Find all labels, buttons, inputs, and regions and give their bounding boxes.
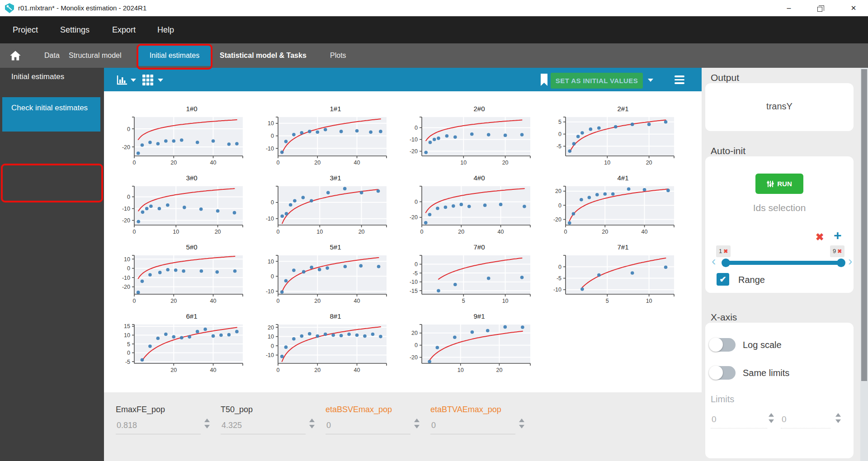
spin-down-icon[interactable] [204,425,210,428]
spin-down-icon[interactable] [835,419,841,423]
svg-text:0: 0 [271,199,274,206]
param-value-input[interactable] [221,417,306,434]
menu-export[interactable]: Export [112,16,136,43]
param-spinner[interactable] [204,419,211,432]
tab-data[interactable]: Data [44,43,60,68]
panel-scrollbar[interactable] [860,68,868,461]
data-point [318,268,321,272]
svg-text:40: 40 [354,298,360,304]
sidebar-item-check-initial-estimates[interactable]: Check initial estimates [2,97,100,132]
bookmark-icon[interactable] [541,74,547,86]
chart-plot: 0-2002040 [111,114,255,172]
range-checkbox[interactable]: ✔ [717,273,729,286]
chart-title: 6#1 [111,311,255,322]
set-as-initial-values-button[interactable]: SET AS INITIAL VALUES [551,73,643,89]
data-point [355,129,359,133]
svg-text:0: 0 [415,342,418,348]
param-spinner[interactable] [414,419,420,432]
x-max-spinner[interactable] [835,413,842,427]
slider-handle-max[interactable] [837,259,845,267]
spin-down-icon[interactable] [309,425,315,428]
spin-up-icon[interactable] [204,419,210,422]
remove-id-icon[interactable]: ✖ [816,231,824,243]
log-scale-toggle[interactable] [710,338,736,352]
data-point [576,135,580,138]
svg-text:15: 15 [124,323,130,329]
spin-down-icon[interactable] [414,425,420,428]
data-point [199,207,203,211]
svg-text:0: 0 [415,125,418,131]
minimize-button[interactable]: – [778,0,800,16]
spin-up-icon[interactable] [769,413,774,417]
same-limits-toggle[interactable] [710,366,736,380]
data-point [428,213,432,216]
data-point [486,329,490,333]
grid-layout-icon[interactable] [142,75,153,85]
chip-remove-icon[interactable]: ✖ [723,248,728,254]
data-point [292,133,296,136]
run-button[interactable]: RUN [755,174,803,194]
ids-range-slider[interactable] [723,261,844,265]
data-point [284,345,288,349]
data-point [424,221,428,225]
menu-project[interactable]: Project [13,16,38,43]
chart-type-icon[interactable] [117,75,127,85]
x-min-input[interactable] [711,410,767,428]
svg-text:40: 40 [210,298,217,304]
spin-down-icon[interactable] [519,425,524,428]
spin-up-icon[interactable] [519,419,524,422]
svg-text:-20: -20 [553,216,561,223]
data-point [180,138,184,142]
svg-text:-20: -20 [410,148,418,155]
slider-handle-min[interactable] [722,259,730,267]
chart-cell-8#1: 8#120100-1002040 [255,311,398,380]
close-button[interactable]: ✕ [839,0,868,16]
set-values-caret-icon[interactable] [648,79,653,82]
slider-left-chevron-icon[interactable]: ‹ [712,255,716,268]
svg-text:5: 5 [606,298,609,304]
data-point [453,136,457,139]
chart-cell-9#1: 9#1200-201020 [398,311,542,380]
home-icon[interactable] [9,49,22,62]
data-point [363,334,367,338]
x-min-spinner[interactable] [769,413,775,427]
spin-down-icon[interactable] [769,419,774,423]
chart-type-caret-icon[interactable] [131,79,136,82]
plot-menu-icon[interactable] [675,75,684,86]
data-point [280,355,284,358]
menu-help[interactable]: Help [157,16,174,43]
chart-title: 9#1 [398,311,542,322]
x-max-input[interactable] [781,410,830,428]
spin-up-icon[interactable] [835,413,841,417]
tab-plots[interactable]: Plots [330,43,346,68]
svg-text:20: 20 [314,160,321,166]
param-spinner[interactable] [309,419,316,432]
data-point [316,130,319,134]
param-value-input[interactable] [116,417,201,434]
chart-title: 7#1 [542,242,686,253]
param-value-input[interactable] [430,417,515,434]
spin-up-icon[interactable] [414,419,420,422]
svg-text:-10: -10 [266,352,274,358]
spin-up-icon[interactable] [309,419,315,422]
slider-right-chevron-icon[interactable]: › [848,255,852,268]
data-point [435,346,439,349]
restore-button[interactable] [808,0,831,16]
chart-cell-5#1: 5#1100-1002040 [255,242,398,311]
tab-structural-model[interactable]: Structural model [69,43,122,68]
chart-plot: 100-1002040 [255,114,398,172]
svg-text:20: 20 [646,160,652,166]
add-id-icon[interactable]: + [834,228,842,243]
param-value-input[interactable] [326,417,410,434]
svg-text:-20: -20 [122,217,130,224]
log-scale-label: Log scale [743,338,782,352]
chip-remove-icon[interactable]: ✖ [837,248,842,254]
tab-statistical-model-tasks[interactable]: Statistical model & Tasks [220,43,307,68]
menu-settings[interactable]: Settings [60,16,90,43]
data-point [149,205,153,208]
scrollbar-thumb[interactable] [861,69,867,381]
data-point [437,136,440,140]
chart-cell-3#1: 3#10-1001020 [255,173,398,242]
param-spinner[interactable] [519,419,525,432]
grid-layout-caret-icon[interactable] [158,79,163,82]
